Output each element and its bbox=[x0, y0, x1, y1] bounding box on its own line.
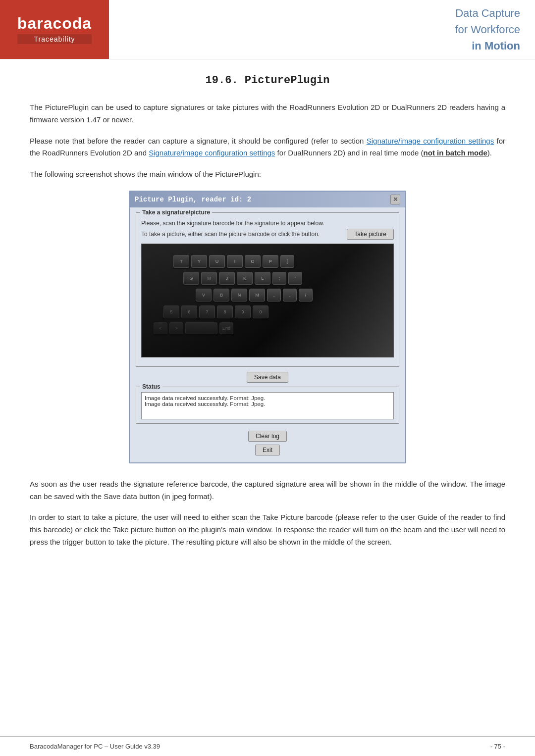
kb-key-M: M bbox=[249, 289, 265, 302]
page-wrapper: baracoda Traceability Data Capture for W… bbox=[0, 0, 535, 756]
kb-key-Y: Y bbox=[191, 255, 207, 268]
logo-traceability: Traceability bbox=[17, 34, 92, 44]
p2-link2[interactable]: Signature/image configuration settings bbox=[149, 149, 275, 157]
logo-section: baracoda Traceability bbox=[0, 0, 109, 59]
signature-group-legend: Take a signature/picture bbox=[140, 209, 212, 216]
kb-key-slash: / bbox=[299, 289, 313, 302]
paragraph-1: The PicturePlugin can be used to capture… bbox=[30, 101, 505, 126]
p2-link1[interactable]: Signature/image configuration settings bbox=[367, 137, 494, 145]
signature-group: Take a signature/picture Please, scan th… bbox=[136, 212, 399, 367]
kb-key-gt: > bbox=[169, 322, 183, 334]
kb-key-L: L bbox=[255, 272, 270, 285]
kb-key-P: P bbox=[263, 255, 278, 268]
kb-row5: < > End bbox=[152, 321, 235, 335]
kb-key-6: 6 bbox=[181, 305, 197, 318]
kb-key-dot: . bbox=[283, 289, 297, 302]
exit-button[interactable]: Exit bbox=[255, 445, 280, 455]
status-group-legend: Status bbox=[140, 383, 162, 390]
kb-row2: G H J K L ; ' bbox=[181, 271, 304, 286]
p2-end: ). bbox=[487, 149, 492, 157]
p2-before: Please note that before the reader can c… bbox=[30, 137, 367, 145]
kb-key-T: T bbox=[173, 255, 189, 268]
logo-baracoda: baracoda bbox=[17, 15, 92, 32]
signature-group-content: Please, scan the signature barcode for t… bbox=[141, 220, 394, 240]
kb-key-H: H bbox=[201, 272, 217, 285]
kb-row3: V B N M , . / bbox=[194, 288, 315, 302]
header-tagline: Data Capture for Workforce in Motion bbox=[109, 0, 535, 59]
logo-text: baracoda Traceability bbox=[17, 15, 92, 44]
dialog-screenshot: Picture Plugin, reader id: 2 ✕ Take a si… bbox=[129, 191, 406, 463]
paragraph-5: In order to start to take a picture, the… bbox=[30, 511, 505, 548]
kb-key-semicolon: ; bbox=[272, 272, 286, 285]
save-btn-row: Save data bbox=[136, 372, 399, 383]
kb-key-N: N bbox=[231, 289, 247, 302]
status-line1: Image data received successfuly. Format:… bbox=[145, 395, 390, 401]
dialog-close-button[interactable]: ✕ bbox=[390, 195, 400, 204]
dialog-title: Picture Plugin, reader id: 2 bbox=[135, 196, 251, 203]
dialog-body: Take a signature/picture Please, scan th… bbox=[130, 207, 405, 462]
signature-line1: Please, scan the signature barcode for t… bbox=[141, 220, 394, 227]
kb-key-quote: ' bbox=[288, 272, 302, 285]
keyboard-container: T Y U I O P [ G H bbox=[142, 244, 393, 357]
kb-key-8: 8 bbox=[217, 305, 233, 318]
signature-line2-row: To take a picture, either scan the pictu… bbox=[141, 229, 394, 240]
kb-key-V: V bbox=[196, 289, 212, 302]
paragraph-3: The following screenshot shows the main … bbox=[30, 168, 505, 181]
dialog-titlebar: Picture Plugin, reader id: 2 ✕ bbox=[130, 192, 405, 207]
kb-key-O: O bbox=[245, 255, 261, 268]
kb-key-7: 7 bbox=[199, 305, 215, 318]
take-picture-button[interactable]: Take picture bbox=[347, 229, 394, 240]
save-data-button[interactable]: Save data bbox=[247, 372, 288, 383]
clear-log-button[interactable]: Clear log bbox=[248, 431, 287, 442]
kb-key-bracket1: [ bbox=[280, 255, 294, 268]
header: baracoda Traceability Data Capture for W… bbox=[0, 0, 535, 59]
paragraph-4: As soon as the user reads the signature … bbox=[30, 478, 505, 503]
kb-key-9: 9 bbox=[235, 305, 251, 318]
kb-key-5: 5 bbox=[163, 305, 179, 318]
kb-key-G: G bbox=[183, 272, 199, 285]
signature-line2: To take a picture, either scan the pictu… bbox=[141, 231, 320, 238]
kb-key-end: End bbox=[219, 322, 233, 334]
footer-right: - 75 - bbox=[490, 743, 505, 750]
kb-key-space bbox=[185, 322, 217, 334]
kb-key-I: I bbox=[227, 255, 243, 268]
tagline-line1: Data Capture bbox=[455, 5, 520, 21]
kb-key-U: U bbox=[209, 255, 225, 268]
p2-bold: not in batch mode bbox=[424, 149, 487, 157]
kb-key-J: J bbox=[219, 272, 235, 285]
p2-after: for DualRunners 2D) and in real time mod… bbox=[275, 149, 423, 157]
footer: BaracodaManager for PC – User Guide v3.3… bbox=[0, 736, 535, 756]
section-title: 19.6. PicturePlugin bbox=[30, 74, 505, 87]
status-line2: Image data received successfuly. Format:… bbox=[145, 401, 390, 407]
tagline-line3: in Motion bbox=[472, 38, 520, 54]
status-group: Status Image data received successfuly. … bbox=[136, 387, 399, 424]
kb-row4: 5 6 7 8 9 0 bbox=[161, 304, 270, 319]
kb-key-K: K bbox=[237, 272, 253, 285]
keyboard-image: T Y U I O P [ G H bbox=[141, 244, 394, 357]
kb-key-B: B bbox=[214, 289, 229, 302]
paragraph-2: Please note that before the reader can c… bbox=[30, 135, 505, 160]
footer-left: BaracodaManager for PC – User Guide v3.3… bbox=[30, 743, 160, 750]
tagline-line2: for Workforce bbox=[455, 21, 520, 38]
kb-key-comma: , bbox=[267, 289, 281, 302]
dialog-action-buttons: Clear log Exit bbox=[136, 428, 399, 457]
kb-row1: T Y U I O P [ bbox=[171, 254, 296, 269]
main-content: 19.6. PicturePlugin The PicturePlugin ca… bbox=[0, 59, 535, 736]
kb-key-0: 0 bbox=[253, 305, 268, 318]
kb-key-lt: < bbox=[154, 322, 167, 334]
status-text-area: Image data received successfuly. Format:… bbox=[141, 392, 394, 419]
